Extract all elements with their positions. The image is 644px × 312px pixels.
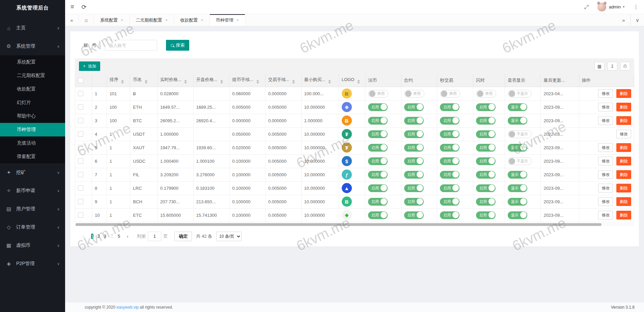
sidebar-item[interactable]: 系统配置 (0, 55, 65, 69)
seconds-trade-toggle[interactable]: 启用 (440, 157, 459, 165)
fiat-toggle[interactable]: 禁用 (368, 90, 388, 98)
seconds-trade-toggle[interactable]: 启用 (440, 184, 459, 192)
export-icon[interactable]: ↧ (607, 62, 617, 71)
scrollbar-thumb[interactable] (76, 223, 601, 226)
print-icon[interactable]: ⎙ (620, 62, 630, 71)
row-checkbox[interactable] (78, 199, 83, 204)
delete-button[interactable]: 删除 (616, 170, 631, 179)
modify-button[interactable]: 修改 (616, 130, 631, 138)
sidebar-item[interactable]: ⌂ 主页 ∨ (0, 19, 65, 37)
row-checkbox[interactable] (78, 212, 83, 218)
flash-swap-toggle[interactable]: 启用 (476, 130, 496, 138)
sidebar-item[interactable]: ▦ 虚拟币 ∨ (0, 236, 65, 255)
refresh-icon[interactable]: ⟳ (82, 3, 87, 11)
modify-button[interactable]: 修改 (598, 157, 613, 165)
column-header[interactable]: LOGO (339, 74, 365, 87)
sort-arrows-icon[interactable] (328, 80, 331, 84)
delete-button[interactable]: 删除 (616, 143, 631, 152)
contract-toggle[interactable]: 启用 (404, 130, 424, 138)
delete-button[interactable]: 删除 (616, 116, 631, 125)
fiat-toggle[interactable]: 启用 (368, 103, 388, 111)
delete-button[interactable]: 删除 (616, 184, 631, 192)
fiat-toggle[interactable]: 启用 (368, 117, 388, 125)
flash-swap-toggle[interactable]: 启用 (476, 171, 496, 179)
flash-swap-toggle[interactable]: 启用 (476, 144, 496, 152)
column-header[interactable]: 实时价格... (157, 74, 193, 87)
column-header[interactable]: 提币手续... (229, 74, 265, 87)
modify-button[interactable]: 修改 (598, 197, 613, 206)
page-number[interactable]: ... (110, 234, 114, 239)
seconds-trade-toggle[interactable]: 启用 (440, 211, 459, 219)
seconds-trade-toggle[interactable]: 启用 (440, 144, 459, 152)
page-number[interactable]: 2 (97, 234, 100, 239)
sidebar-item[interactable]: ◇ 订单管理 ∨ (0, 218, 65, 236)
column-header[interactable]: 闪对 (473, 74, 505, 87)
fiat-toggle[interactable]: 启用 (368, 211, 388, 219)
modify-button[interactable]: 修改 (598, 116, 613, 125)
tab-close-icon[interactable]: × (236, 18, 239, 23)
account-input[interactable] (105, 40, 157, 51)
contract-toggle[interactable]: 启用 (404, 117, 424, 125)
modify-button[interactable]: 修改 (598, 103, 613, 111)
seconds-trade-toggle[interactable]: 启用 (440, 171, 459, 179)
column-header[interactable]: 开盘价格... (193, 74, 229, 87)
tab-close-icon[interactable]: × (121, 18, 123, 23)
contract-toggle[interactable]: 启用 (404, 211, 424, 219)
sidebar-item[interactable]: 充值活动 (0, 136, 65, 150)
add-button[interactable]: + 添加 (79, 61, 100, 71)
column-header[interactable]: 最小购买... (301, 74, 339, 87)
more-menu-icon[interactable]: ⋮ (633, 4, 639, 10)
user-caret-icon[interactable]: ▼ (622, 5, 625, 8)
fiat-toggle[interactable]: 启用 (368, 198, 388, 206)
sidebar-item[interactable]: 幻灯片 (0, 96, 65, 109)
sidebar-item[interactable]: 弹窗配置 (0, 150, 65, 163)
avatar[interactable] (597, 3, 606, 11)
visible-toggle[interactable]: 不显示 (508, 130, 532, 138)
seconds-trade-toggle[interactable]: 启用 (440, 103, 459, 111)
contract-toggle[interactable]: 启用 (404, 103, 424, 111)
flash-swap-toggle[interactable]: 启用 (476, 184, 496, 192)
tab-close-icon[interactable]: × (201, 18, 203, 23)
visible-toggle[interactable]: 不显示 (508, 90, 532, 98)
row-checkbox[interactable] (78, 118, 83, 123)
column-header[interactable]: 排序 (107, 74, 130, 87)
tab-close-icon[interactable]: × (165, 18, 168, 23)
tab-home[interactable]: ⌂ (79, 14, 94, 26)
row-checkbox[interactable] (78, 91, 83, 96)
modify-button[interactable]: 修改 (598, 211, 613, 219)
row-checkbox[interactable] (78, 172, 83, 177)
visible-toggle[interactable]: 显示 (508, 144, 527, 152)
modify-button[interactable]: 修改 (598, 184, 613, 192)
fiat-toggle[interactable]: 启用 (368, 171, 388, 179)
user-name[interactable]: admin (609, 4, 621, 9)
sidebar-item[interactable]: ◈ P2P管理 ∨ (0, 255, 65, 273)
seconds-trade-toggle[interactable]: 启用 (440, 117, 459, 125)
visible-toggle[interactable]: 显示 (508, 171, 527, 179)
sort-arrows-icon[interactable] (145, 80, 147, 84)
tabs-dropdown-icon[interactable]: ∨ (631, 14, 644, 26)
page-number[interactable]: 5 (118, 234, 120, 239)
page-number[interactable]: 1 (91, 234, 93, 239)
footer-link[interactable]: easyweb.vip (116, 305, 139, 310)
fiat-toggle[interactable]: 启用 (368, 144, 388, 152)
tab[interactable]: 收款配置 × (174, 14, 210, 26)
column-header[interactable]: 是否显示 (505, 74, 541, 87)
row-checkbox[interactable] (78, 131, 83, 137)
fiat-toggle[interactable]: 启用 (368, 130, 388, 138)
next-page-icon[interactable]: › (123, 232, 132, 241)
column-header[interactable]: 法币 (365, 74, 401, 87)
modify-button[interactable]: 修改 (598, 143, 613, 152)
sidebar-item[interactable]: ⚙ 系统管理 ∧ (0, 37, 65, 55)
contract-toggle[interactable]: 启用 (404, 144, 424, 152)
sidebar-item[interactable]: 币种管理 (0, 123, 65, 136)
per-page-select[interactable]: 10 条/页 (216, 232, 242, 241)
visible-toggle[interactable]: 显示 (508, 184, 527, 192)
sort-arrows-icon[interactable] (357, 80, 360, 84)
contract-toggle[interactable]: 启用 (404, 157, 424, 165)
contract-toggle[interactable]: 启用 (404, 184, 424, 192)
sidebar-item[interactable]: 收款配置 (0, 82, 65, 96)
flash-swap-toggle[interactable]: 启用 (476, 198, 496, 206)
seconds-trade-toggle[interactable]: 启用 (440, 198, 459, 206)
flash-swap-toggle[interactable]: 启用 (476, 103, 496, 111)
seconds-trade-toggle[interactable]: 启用 (440, 130, 459, 138)
